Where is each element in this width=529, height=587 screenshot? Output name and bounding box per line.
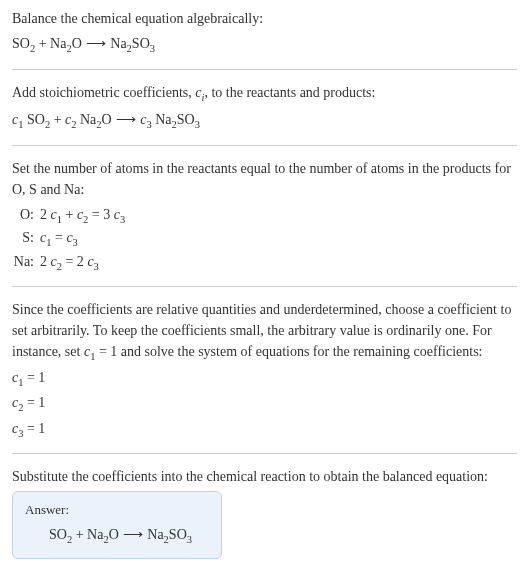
answer-label: Answer: [25, 500, 209, 520]
solve-text: Since the coefficients are relative quan… [12, 299, 517, 365]
atoms-section: Set the number of atoms in the reactants… [12, 158, 517, 275]
divider [12, 453, 517, 454]
coef-line-2: c2 = 1 [12, 392, 517, 416]
plus-na: + Na [35, 36, 66, 51]
ans-plus: + Na [72, 527, 103, 542]
stoich-text: Add stoichiometric coefficients, ci, to … [12, 82, 517, 106]
atom-label-s: S: [12, 227, 40, 248]
atom-eq-na: 2 c2 = 2 c3 [40, 251, 517, 275]
intro-section: Balance the chemical equation algebraica… [12, 8, 517, 57]
final-section: Substitute the coefficients into the che… [12, 466, 517, 558]
stoich-equation: c1 SO2 + c2 Na2O ⟶ c3 Na2SO3 [12, 109, 517, 133]
atom-eq-s: c1 = c3 [40, 227, 517, 251]
ans-so2: SO [49, 527, 67, 542]
answer-equation: SO2 + Na2O ⟶ Na2SO3 [25, 524, 209, 548]
na-c3s: 3 [94, 261, 99, 272]
intro-text: Balance the chemical equation algebraica… [12, 8, 517, 29]
atom-row-s: S: c1 = c3 [12, 227, 517, 251]
plus: + [50, 112, 65, 127]
stoich-text-1: Add stoichiometric coefficients, [12, 85, 195, 100]
stoich-text-2: , to the reactants and products: [204, 85, 375, 100]
s-mid: = [51, 230, 66, 245]
na2so3-label: Na [152, 112, 172, 127]
l3-v: = 1 [23, 421, 45, 436]
ans-so3-sub: 3 [187, 534, 192, 545]
arrow-icon: ⟶ [82, 36, 111, 51]
ans-o: O [109, 527, 119, 542]
l2-v: = 1 [23, 395, 45, 410]
atom-eq-o: 2 c1 + c2 = 3 c3 [40, 204, 517, 228]
na-eq-1: 2 [40, 254, 51, 269]
atom-row-na: Na: 2 c2 = 2 c3 [12, 251, 517, 275]
coef-line-1: c1 = 1 [12, 367, 517, 391]
arrow-icon: ⟶ [119, 527, 148, 542]
arrow-icon: ⟶ [112, 112, 141, 127]
so3-sub: 3 [195, 119, 200, 130]
na2so3-sub2: 3 [150, 43, 155, 54]
atom-row-o: O: 2 c1 + c2 = 3 c3 [12, 204, 517, 228]
answer-box: Answer: SO2 + Na2O ⟶ Na2SO3 [12, 491, 222, 558]
coef-line-3: c3 = 1 [12, 418, 517, 442]
na-mid: = 2 [62, 254, 87, 269]
so-label: SO [177, 112, 195, 127]
ans-so: SO [169, 527, 187, 542]
stoich-section: Add stoichiometric coefficients, ci, to … [12, 82, 517, 133]
final-text: Substitute the coefficients into the che… [12, 466, 517, 487]
solve-p1b: = 1 and solve the system of equations fo… [95, 344, 482, 359]
na2o-label: Na [77, 112, 97, 127]
o-c3s: 3 [120, 213, 125, 224]
atom-label-o: O: [12, 204, 40, 225]
divider [12, 286, 517, 287]
o-eq-1: 2 [40, 207, 51, 222]
divider [12, 145, 517, 146]
atoms-table: O: 2 c1 + c2 = 3 c3 S: c1 = c3 Na: 2 c2 … [12, 204, 517, 275]
intro-equation: SO2 + Na2O ⟶ Na2SO3 [12, 33, 517, 57]
o-eq-2: + [62, 207, 77, 222]
s-c3s: 3 [73, 237, 78, 248]
ans-na: Na [147, 527, 163, 542]
solve-section: Since the coefficients are relative quan… [12, 299, 517, 441]
atom-label-na: Na: [12, 251, 40, 272]
divider [12, 69, 517, 70]
o-eq-3: = 3 [88, 207, 113, 222]
so2-label: SO [23, 112, 44, 127]
l1-v: = 1 [23, 370, 45, 385]
na2o-o: O [72, 36, 82, 51]
reactant-so2: SO [12, 36, 30, 51]
o-label: O [102, 112, 112, 127]
product-so: SO [132, 36, 150, 51]
product-na: Na [110, 36, 126, 51]
atoms-intro: Set the number of atoms in the reactants… [12, 158, 517, 200]
